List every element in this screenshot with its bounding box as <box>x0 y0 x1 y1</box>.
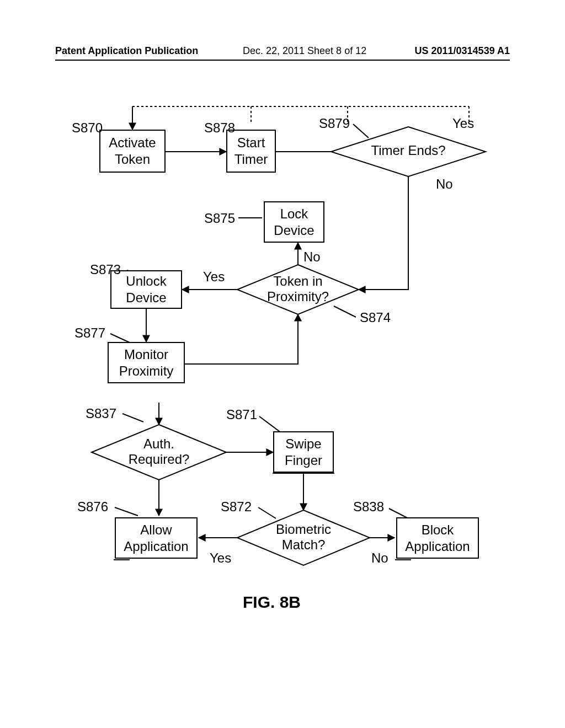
svg-line-21 <box>122 414 143 422</box>
svg-text:Match?: Match? <box>282 537 326 552</box>
svg-text:Auth.: Auth. <box>143 436 174 451</box>
lbl-s837: S837 <box>86 406 116 421</box>
flowchart: Timer Ends? Token in Proximity? Auth. <box>55 105 510 656</box>
lbl-s877: S877 <box>74 325 105 341</box>
box-start-timer: Start Timer <box>226 130 276 173</box>
lbl-s872: S872 <box>221 499 252 515</box>
svg-text:Required?: Required? <box>129 452 190 467</box>
svg-line-26 <box>259 416 281 433</box>
svg-text:Token in: Token in <box>273 274 322 288</box>
lbl-s876: S876 <box>77 499 108 515</box>
svg-line-15 <box>334 306 356 317</box>
box-allow-application: Allow Application <box>115 517 198 559</box>
lbl-s879: S879 <box>319 116 350 131</box>
figure-caption: FIG. 8B <box>243 593 301 612</box>
svg-line-9 <box>353 124 369 138</box>
lbl-s875: S875 <box>204 211 235 226</box>
svg-line-34 <box>258 507 276 518</box>
svg-text:Biometric: Biometric <box>276 522 331 537</box>
svg-text:Proximity?: Proximity? <box>267 289 329 304</box>
svg-line-30 <box>115 507 138 516</box>
lbl-s874: S874 <box>360 310 391 325</box>
lbl-no-872: No <box>371 550 388 566</box>
hdr-center: Dec. 22, 2011 Sheet 8 of 12 <box>243 45 366 57</box>
box-unlock-device: Unlock Device <box>110 270 182 309</box>
box-activate-token: Activate Token <box>99 130 166 173</box>
box-monitor-proximity: Monitor Proximity <box>108 342 185 383</box>
hdr-rule <box>55 60 510 61</box>
box-block-application: Block Application <box>396 517 479 559</box>
hdr-right: US 2011/0314539 A1 <box>415 45 510 57</box>
lbl-no-879: No <box>436 176 453 192</box>
lbl-s878: S878 <box>204 120 235 136</box>
lbl-yes-874: Yes <box>203 269 225 285</box>
lbl-no-874: No <box>303 249 321 265</box>
box-swipe-finger: Swipe Finger <box>273 431 334 473</box>
svg-text:Timer Ends?: Timer Ends? <box>371 143 445 158</box>
lbl-s871: S871 <box>226 407 257 422</box>
box-lock-device: Lock Device <box>264 201 324 243</box>
lbl-s838: S838 <box>353 499 384 515</box>
hdr-left: Patent Application Publication <box>55 45 198 57</box>
lbl-s873: S873 <box>90 262 121 277</box>
lbl-s870: S870 <box>72 120 103 136</box>
lbl-yes-872: Yes <box>210 550 231 566</box>
lbl-yes-879: Yes <box>452 116 474 131</box>
